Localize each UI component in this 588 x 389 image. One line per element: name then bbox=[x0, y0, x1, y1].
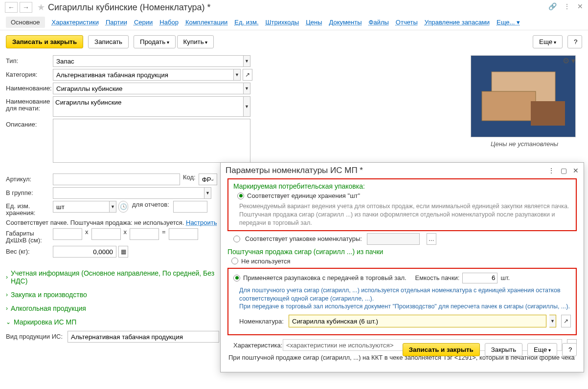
tab-reports[interactable]: Отчеты bbox=[396, 19, 418, 26]
desc-1: Рекомендуемый вариант ведения учета для … bbox=[239, 202, 571, 227]
pack-unit-select-icon[interactable]: … bbox=[427, 233, 436, 245]
save-button[interactable]: Записать bbox=[88, 35, 129, 48]
capacity-input[interactable] bbox=[462, 273, 498, 283]
dialog-maximize-icon[interactable]: ▢ bbox=[561, 167, 567, 174]
type-dropdown-icon[interactable]: ▼ bbox=[244, 55, 250, 67]
category-dropdown-icon[interactable]: ▼ bbox=[234, 69, 241, 81]
article-input[interactable] bbox=[53, 173, 180, 185]
radio-not-used-label: Не используется bbox=[241, 258, 291, 265]
dlg-heading-2: Поштучная продажа сигар (сигарилл ...) и… bbox=[227, 248, 577, 256]
radio-unpacking-label: Применяется разупаковка с передачей в то… bbox=[243, 274, 407, 281]
dlg-more-button[interactable]: Еще bbox=[527, 343, 557, 356]
dim-total-input[interactable] bbox=[169, 228, 198, 240]
gear-icon[interactable]: ⚙ ▾ bbox=[563, 56, 575, 65]
article-label: Артикул: bbox=[6, 173, 53, 183]
unit-dropdown-icon[interactable]: ▼ bbox=[110, 201, 116, 213]
pack-unit-input[interactable] bbox=[367, 233, 420, 245]
tab-series[interactable]: Серии bbox=[134, 19, 153, 26]
nom-input[interactable] bbox=[289, 315, 546, 327]
description-label: Описание: bbox=[6, 119, 53, 128]
reports-unit-input[interactable] bbox=[173, 201, 207, 213]
print-name-input[interactable] bbox=[53, 96, 244, 117]
tab-set[interactable]: Набор bbox=[159, 19, 179, 26]
tab-main[interactable]: Основное bbox=[6, 17, 45, 28]
nav-tabs: Основное Характеристики Партии Серии Наб… bbox=[0, 15, 588, 30]
nom-label: Номенклатура: bbox=[239, 318, 286, 325]
print-name-dropdown-icon[interactable]: ▼ bbox=[244, 96, 250, 117]
desc-2b: При передаче в торговый зал используется… bbox=[239, 303, 571, 311]
print-name-label: Наименование для печати: bbox=[6, 96, 53, 112]
unit-label: Ед. изм. хранения: bbox=[6, 201, 53, 217]
radio-unit-pack[interactable] bbox=[233, 236, 240, 242]
dialog-kebab-icon[interactable]: ⋮ bbox=[548, 167, 555, 174]
name-input[interactable] bbox=[53, 83, 244, 94]
tab-barcodes[interactable]: Штрихкоды bbox=[266, 19, 299, 26]
tab-documents[interactable]: Документы bbox=[329, 19, 362, 26]
dlg-save-close-button[interactable]: Записать и закрыть bbox=[403, 343, 480, 356]
tab-more[interactable]: Еще... ▾ bbox=[497, 19, 520, 26]
back-button[interactable]: ← bbox=[5, 2, 18, 13]
group-label: В группе: bbox=[6, 187, 53, 196]
price-note: Цены не установлены bbox=[471, 140, 578, 148]
sell-button[interactable]: Продать bbox=[134, 35, 176, 48]
link-icon[interactable]: 🔗 bbox=[548, 2, 557, 10]
dlg-close-button[interactable]: Закрыть bbox=[485, 343, 522, 356]
svg-rect-1 bbox=[482, 91, 536, 121]
radio-unpacking[interactable] bbox=[233, 275, 240, 281]
name-dropdown-icon[interactable]: ▼ bbox=[244, 83, 250, 94]
buy-button[interactable]: Купить bbox=[177, 35, 214, 48]
tab-complect[interactable]: Комплектации bbox=[185, 19, 227, 26]
is-type-input[interactable] bbox=[68, 331, 219, 343]
product-image[interactable] bbox=[471, 55, 576, 137]
dialog-title: Параметры номенклатуры ИС МП * bbox=[226, 166, 363, 175]
dim-w-input[interactable] bbox=[91, 228, 121, 240]
dialog-close-icon[interactable]: ✕ bbox=[573, 167, 579, 174]
tab-files[interactable]: Файлы bbox=[369, 19, 389, 26]
radio-unit-pack-label: Соответствует упаковке номенклатуры: bbox=[245, 235, 362, 242]
history-icon[interactable]: 🕓 bbox=[118, 201, 128, 213]
capacity-unit: шт. bbox=[500, 274, 510, 281]
window-title: Сигариллы кубинские (Номенклатура) * bbox=[48, 2, 211, 13]
code-input[interactable] bbox=[199, 173, 217, 185]
capacity-label: Емкость пачки: bbox=[415, 274, 460, 281]
star-icon[interactable]: ★ bbox=[37, 2, 45, 13]
tab-prices[interactable]: Цены bbox=[306, 19, 322, 26]
for-reports-label: для отчетов: bbox=[132, 201, 169, 208]
tab-stock[interactable]: Управление запасами bbox=[425, 19, 490, 26]
category-input[interactable] bbox=[53, 69, 234, 81]
is-type-label: Вид продукции ИС: bbox=[6, 331, 68, 340]
dlg-help-button[interactable]: ? bbox=[562, 343, 577, 356]
help-button[interactable]: ? bbox=[567, 35, 582, 48]
code-label: Код: bbox=[183, 173, 196, 181]
desc-2a: Для поштучного учета сигар (сигарилл, ..… bbox=[239, 286, 571, 303]
dialog-is-mp: Параметры номенклатуры ИС МП * ⋮ ▢ ✕ Мар… bbox=[220, 162, 584, 372]
close-icon[interactable]: ✕ bbox=[577, 2, 583, 10]
dim-d-input[interactable] bbox=[53, 228, 82, 240]
type-input[interactable] bbox=[53, 55, 244, 67]
configure-link[interactable]: Настроить bbox=[186, 219, 217, 226]
save-close-button[interactable]: Записать и закрыть bbox=[6, 35, 83, 48]
dims-label: Габариты ДхШхВ (см): bbox=[6, 228, 53, 244]
nom-dropdown-icon[interactable]: ▼ bbox=[549, 315, 556, 327]
forward-button[interactable]: → bbox=[20, 2, 32, 13]
radio-not-used[interactable] bbox=[231, 258, 238, 264]
weight-calc-icon[interactable]: ▦ bbox=[118, 246, 128, 258]
group-dropdown-icon[interactable]: ▼ bbox=[204, 187, 211, 199]
description-input[interactable] bbox=[53, 119, 250, 163]
radio-unit-sht[interactable] bbox=[237, 193, 244, 199]
dim-h-input[interactable] bbox=[130, 228, 159, 240]
char-label: Характеристика: bbox=[233, 342, 280, 349]
unit-input[interactable] bbox=[53, 201, 110, 213]
nom-open-icon[interactable]: ↗ bbox=[561, 315, 571, 327]
kebab-icon[interactable]: ⋮ bbox=[564, 2, 570, 10]
name-label: Наименование: bbox=[6, 83, 53, 92]
group-input[interactable] bbox=[53, 187, 204, 199]
type-label: Тип: bbox=[6, 55, 53, 65]
more-button[interactable]: Еще bbox=[533, 35, 563, 48]
tab-parties[interactable]: Партии bbox=[106, 19, 127, 26]
weight-input[interactable] bbox=[53, 246, 116, 258]
weight-label: Вес (кг): bbox=[6, 246, 53, 255]
category-open-icon[interactable]: ↗ bbox=[243, 69, 252, 81]
tab-characteristics[interactable]: Характеристики bbox=[52, 19, 99, 26]
tab-units[interactable]: Ед. изм. bbox=[234, 19, 258, 26]
